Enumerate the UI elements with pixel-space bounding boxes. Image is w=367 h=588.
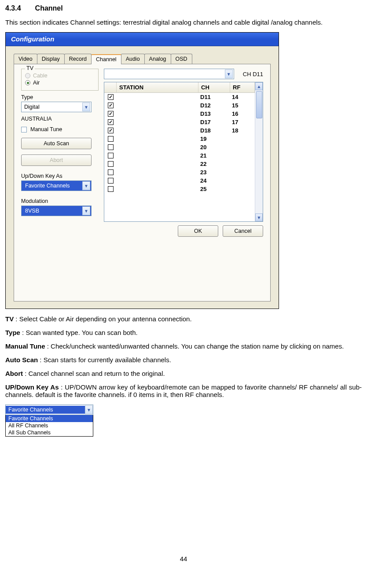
channel-checkbox[interactable] (108, 144, 114, 150)
channel-rf: 15 (230, 102, 255, 109)
channel-name-combo[interactable]: ▼ (104, 69, 234, 79)
channel-station[interactable] (117, 152, 198, 159)
channel-checkbox[interactable] (108, 186, 114, 192)
channel-row[interactable]: 21 (104, 151, 255, 160)
channel-row[interactable]: 20 (104, 143, 255, 151)
channel-checkbox[interactable]: ✓ (108, 119, 114, 125)
chevron-down-icon[interactable]: ▼ (85, 405, 93, 414)
channel-station[interactable] (117, 110, 198, 117)
term-autoscan: Auto Scan (5, 356, 38, 364)
tab-record[interactable]: Record (64, 54, 92, 64)
channel-station[interactable] (117, 94, 198, 100)
channel-checkbox[interactable]: ✓ (108, 128, 114, 133)
dropdown-option[interactable]: All RF Channels (6, 422, 93, 429)
text-abort: : Cancel channel scan and return to the … (23, 370, 165, 377)
updown-label: Up/Down Key As (21, 173, 99, 179)
term-manual: Manual Tune (5, 342, 45, 350)
channel-checkbox[interactable] (108, 161, 114, 167)
tv-groupbox: TV Cable Air (21, 69, 99, 91)
cancel-button[interactable]: Cancel (223, 225, 263, 237)
scroll-down-icon[interactable]: ▼ (255, 213, 263, 221)
channel-station[interactable] (117, 136, 198, 142)
channel-rf (230, 144, 255, 151)
channel-checkbox[interactable] (108, 169, 114, 175)
channel-station[interactable] (117, 144, 198, 151)
channel-ch: D17 (198, 119, 230, 125)
channel-checkbox[interactable]: ✓ (108, 103, 114, 108)
desc-updown: UP/Down Key As : UP/DOWN arrow key of ke… (5, 383, 362, 398)
channel-checkbox[interactable]: ✓ (108, 94, 114, 100)
chevron-down-icon[interactable]: ▼ (82, 103, 90, 111)
dropdown-figure-selected: Favorite Channels (6, 406, 85, 414)
modulation-select-value: 8VSB (24, 207, 40, 214)
window-title: Configuration (11, 35, 54, 43)
channel-ch: D11 (198, 94, 230, 100)
chevron-down-icon[interactable]: ▼ (82, 206, 90, 215)
channel-rf (230, 161, 255, 167)
scroll-track[interactable] (255, 119, 263, 213)
tab-audio[interactable]: Audio (121, 54, 145, 64)
scroll-thumb[interactable] (256, 91, 262, 118)
channel-station[interactable] (117, 161, 198, 167)
channel-rf: 18 (230, 127, 255, 134)
channel-checkbox[interactable] (108, 136, 114, 142)
radio-cable-dot (25, 73, 30, 78)
radio-cable: Cable (25, 73, 95, 79)
dropdown-option[interactable]: Favorite Channels (6, 415, 93, 422)
updown-select[interactable]: Favorite Channels ▼ (21, 180, 92, 191)
tab-analog[interactable]: Analog (144, 54, 171, 64)
channel-row[interactable]: 19 (104, 135, 255, 143)
section-number: 4.3.4 (5, 4, 21, 12)
channel-checkbox[interactable]: ✓ (108, 111, 114, 117)
channel-row[interactable]: ✓D1717 (104, 118, 255, 126)
channel-row[interactable]: ✓D1818 (104, 126, 255, 135)
channel-rf (230, 169, 255, 176)
dropdown-figure: Favorite Channels ▼ Favorite Channels Al… (5, 404, 93, 437)
channel-row[interactable]: 25 (104, 185, 255, 193)
header-rf[interactable]: RF (230, 82, 255, 92)
channel-station[interactable] (117, 169, 198, 176)
scroll-up-icon[interactable]: ▲ (255, 82, 263, 90)
channel-row[interactable]: ✓D1215 (104, 101, 255, 110)
section-title: Channel (35, 4, 63, 12)
dropdown-figure-head[interactable]: Favorite Channels ▼ (5, 404, 93, 415)
header-ch[interactable]: CH (198, 82, 230, 92)
radio-air-dot[interactable] (25, 80, 30, 85)
updown-select-value: Favorite Channels (24, 182, 70, 189)
chevron-down-icon[interactable]: ▼ (225, 70, 233, 78)
modulation-select[interactable]: 8VSB ▼ (21, 206, 92, 216)
channel-row[interactable]: 24 (104, 176, 255, 185)
channel-list-scrollbar[interactable]: ▲ ▼ (255, 82, 263, 221)
manual-tune-checkbox[interactable] (21, 127, 27, 132)
channel-station[interactable] (117, 127, 198, 134)
channel-station[interactable] (117, 177, 198, 184)
radio-air[interactable]: Air (25, 80, 95, 86)
channel-station[interactable] (117, 102, 198, 109)
page-number: 44 (0, 555, 367, 562)
channel-row[interactable]: 22 (104, 160, 255, 168)
auto-scan-button[interactable]: Auto Scan (21, 138, 92, 149)
header-station[interactable]: STATION (117, 82, 198, 92)
tab-osd[interactable]: OSD (171, 54, 192, 64)
section-heading: 4.3.4Channel (5, 4, 362, 12)
channel-station[interactable] (117, 119, 198, 125)
channel-ch: 21 (198, 152, 230, 159)
tab-channel[interactable]: Channel (91, 54, 121, 64)
type-select[interactable]: Digital ▼ (21, 102, 92, 112)
channel-ch: D13 (198, 110, 230, 117)
channel-station[interactable] (117, 186, 198, 192)
tab-display[interactable]: Display (37, 54, 65, 64)
channel-row[interactable]: ✓D1114 (104, 93, 255, 101)
channel-row[interactable]: 23 (104, 168, 255, 176)
channel-row[interactable]: ✓D1316 (104, 110, 255, 118)
channel-checkbox[interactable] (108, 178, 114, 184)
channel-checkbox[interactable] (108, 153, 114, 158)
tab-video[interactable]: Video (14, 54, 37, 64)
dropdown-option[interactable]: All Sub Channels (6, 429, 93, 436)
ok-button[interactable]: OK (178, 225, 218, 237)
desc-type: Type : Scan wanted type. You can scan bo… (5, 329, 362, 336)
manual-tune-row[interactable]: Manual Tune (21, 126, 99, 132)
text-manual: : Check/uncheck wanted/unwanted channels… (45, 342, 344, 350)
term-type: Type (5, 329, 20, 336)
chevron-down-icon[interactable]: ▼ (82, 181, 90, 190)
